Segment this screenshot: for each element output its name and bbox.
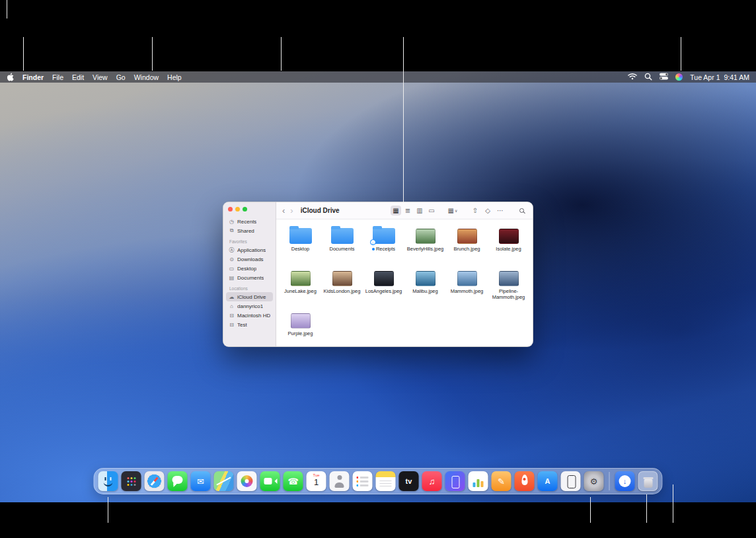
dock-item-mail[interactable]: ✉ bbox=[191, 471, 211, 491]
tags-button[interactable]: ◇ bbox=[482, 206, 493, 215]
file-beverlyhills-jpeg[interactable]: BeverlyHills.jpeg bbox=[404, 223, 446, 265]
hard-drive-icon: ⊟ bbox=[229, 313, 235, 319]
forward-button[interactable]: › bbox=[290, 206, 293, 215]
sidebar-item-desktop[interactable]: ▭Desktop bbox=[226, 264, 273, 273]
chevron-down-icon: ∨ bbox=[455, 209, 457, 213]
apple-menu-icon[interactable] bbox=[7, 73, 14, 81]
dock-item-calendar[interactable]: Tue1 bbox=[307, 471, 326, 491]
column-view-button[interactable]: ▥ bbox=[414, 206, 425, 215]
control-center-icon[interactable] bbox=[660, 73, 668, 81]
dock-item-finder[interactable] bbox=[98, 471, 118, 491]
share-button[interactable]: ⇧ bbox=[470, 206, 480, 215]
menu-bar-clock[interactable]: Tue Apr 1 9:41 AM bbox=[690, 73, 749, 81]
menu-item-window[interactable]: Window bbox=[134, 73, 159, 81]
sidebar-item-label: Documents bbox=[237, 275, 264, 281]
file-documents[interactable]: Documents bbox=[321, 223, 363, 265]
dock-item-tv[interactable]: tv bbox=[399, 471, 419, 491]
menu-item-finder[interactable]: Finder bbox=[22, 73, 44, 81]
sidebar-item-macintosh-hd[interactable]: ⊟Macintosh HD bbox=[226, 311, 273, 320]
file-name: Receipts bbox=[372, 247, 395, 252]
calendar-day: 1 bbox=[307, 477, 326, 487]
music-icon: ♫ bbox=[429, 477, 435, 486]
gallery-view-button[interactable]: ▭ bbox=[426, 206, 437, 215]
dock-item-contacts[interactable] bbox=[330, 471, 350, 491]
dock-item-rocket[interactable] bbox=[515, 471, 535, 491]
minimize-button[interactable] bbox=[235, 207, 240, 211]
sidebar-item-shared[interactable]: ⧉Shared bbox=[226, 226, 273, 235]
back-button[interactable]: ‹ bbox=[282, 206, 285, 215]
dock-item-notes[interactable] bbox=[376, 471, 396, 491]
zoom-button[interactable] bbox=[243, 207, 247, 211]
finder-main: ‹ › iCloud Drive ▦ ≣ ▥ ▭ ▦ ∨ ⇧ ◇ ⋯ bbox=[276, 202, 533, 346]
dock-item-numbers[interactable] bbox=[469, 471, 488, 491]
dock-item-downloads[interactable]: ↓ bbox=[615, 471, 635, 491]
dock-item-facetime[interactable] bbox=[260, 471, 280, 491]
menu-item-help[interactable]: Help bbox=[167, 73, 182, 81]
dock-item-system-settings[interactable]: ⚙ bbox=[584, 471, 604, 491]
finder-window: ◷Recents⧉SharedFavoritesⒶApplications⊙Do… bbox=[223, 202, 533, 347]
sidebar-item-dannyrico1[interactable]: ⌂dannyrico1 bbox=[226, 301, 273, 311]
file-isolate-jpeg[interactable]: Isolate.jpeg bbox=[488, 223, 529, 265]
dock-item-music[interactable]: ♫ bbox=[422, 471, 442, 491]
dock-item-reminders[interactable] bbox=[353, 471, 373, 491]
file-desktop[interactable]: Desktop bbox=[280, 223, 321, 265]
siri-icon[interactable] bbox=[675, 73, 683, 81]
callout-line bbox=[281, 37, 282, 71]
dock-item-pages[interactable]: ✎ bbox=[492, 471, 511, 491]
folder-icon bbox=[289, 228, 312, 244]
finder-sidebar: ◷Recents⧉SharedFavoritesⒶApplications⊙Do… bbox=[223, 202, 276, 346]
callout-line bbox=[403, 37, 404, 202]
document-icon: ▤ bbox=[229, 275, 235, 281]
file-losangeles-jpeg[interactable]: LosAngeles.jpeg bbox=[363, 265, 404, 307]
image-thumbnail bbox=[457, 229, 477, 244]
dock-item-trash[interactable] bbox=[638, 471, 658, 491]
file-mammoth-jpeg[interactable]: Mammoth.jpeg bbox=[446, 265, 488, 307]
menu-item-file[interactable]: File bbox=[52, 73, 63, 81]
sidebar-item-documents[interactable]: ▤Documents bbox=[226, 273, 273, 282]
sidebar-item-downloads[interactable]: ⊙Downloads bbox=[226, 254, 273, 264]
dock-item-iphone-mirroring[interactable] bbox=[445, 471, 465, 491]
dock-item-photos[interactable] bbox=[237, 471, 257, 491]
file-kidslondon-jpeg[interactable]: KidsLondon.jpeg bbox=[321, 265, 363, 307]
file-junelake-jpeg[interactable]: JuneLake.jpeg bbox=[280, 265, 321, 307]
dock-item-launchpad[interactable] bbox=[122, 471, 141, 491]
dock-item-safari[interactable] bbox=[145, 471, 165, 491]
sidebar-item-label: Downloads bbox=[237, 256, 264, 262]
sidebar-item-recents[interactable]: ◷Recents bbox=[226, 217, 273, 226]
spotlight-search-icon[interactable] bbox=[644, 73, 652, 82]
menu-item-edit[interactable]: Edit bbox=[72, 73, 84, 81]
callout-line bbox=[108, 497, 108, 523]
file-pipeline-mammoth-jpeg[interactable]: Pipeline-Mammoth.jpeg bbox=[488, 265, 529, 307]
dock-item-maps[interactable] bbox=[214, 471, 234, 491]
close-button[interactable] bbox=[228, 207, 233, 211]
file-purple-jpeg[interactable]: Purple.jpeg bbox=[280, 307, 321, 346]
more-button[interactable]: ⋯ bbox=[495, 206, 506, 215]
dock-item-messages[interactable] bbox=[168, 471, 188, 491]
icon-view-button[interactable]: ▦ bbox=[391, 206, 401, 215]
hard-drive-icon: ⊟ bbox=[229, 322, 235, 328]
sidebar-item-icloud-drive[interactable]: ☁iCloud Drive bbox=[226, 292, 273, 301]
numbers-bar bbox=[473, 482, 476, 487]
wifi-icon[interactable] bbox=[628, 73, 637, 81]
sidebar-item-applications[interactable]: ⒶApplications bbox=[226, 245, 273, 254]
dock-item-iphone[interactable] bbox=[561, 471, 581, 491]
file-malibu-jpeg[interactable]: Malibu.jpeg bbox=[404, 265, 446, 307]
sidebar-item-label: dannyrico1 bbox=[237, 303, 263, 309]
file-brunch-jpeg[interactable]: Brunch.jpeg bbox=[446, 223, 488, 265]
menu-date: Tue Apr 1 bbox=[690, 73, 720, 81]
sidebar-item-test[interactable]: ⊟Test bbox=[226, 320, 273, 329]
figure: FinderFileEditViewGoWindowHelp Tue Apr 1… bbox=[0, 0, 756, 538]
mail-icon: ✉ bbox=[197, 477, 204, 486]
search-button[interactable] bbox=[516, 206, 527, 215]
image-thumbnail bbox=[416, 229, 435, 244]
shared-folder-icon: ⧉ bbox=[229, 227, 235, 234]
file-name: Purple.jpeg bbox=[288, 331, 313, 337]
view-switcher: ▦ ≣ ▥ ▭ bbox=[391, 206, 437, 215]
list-view-button[interactable]: ≣ bbox=[402, 206, 413, 215]
menu-item-view[interactable]: View bbox=[93, 73, 108, 81]
group-button[interactable]: ▦ ∨ bbox=[447, 206, 458, 215]
menu-item-go[interactable]: Go bbox=[116, 73, 126, 81]
dock-item-phone[interactable]: ☎ bbox=[284, 471, 303, 491]
dock-item-app-store[interactable]: A bbox=[538, 471, 558, 491]
file-receipts[interactable]: ↓Receipts bbox=[363, 223, 404, 265]
